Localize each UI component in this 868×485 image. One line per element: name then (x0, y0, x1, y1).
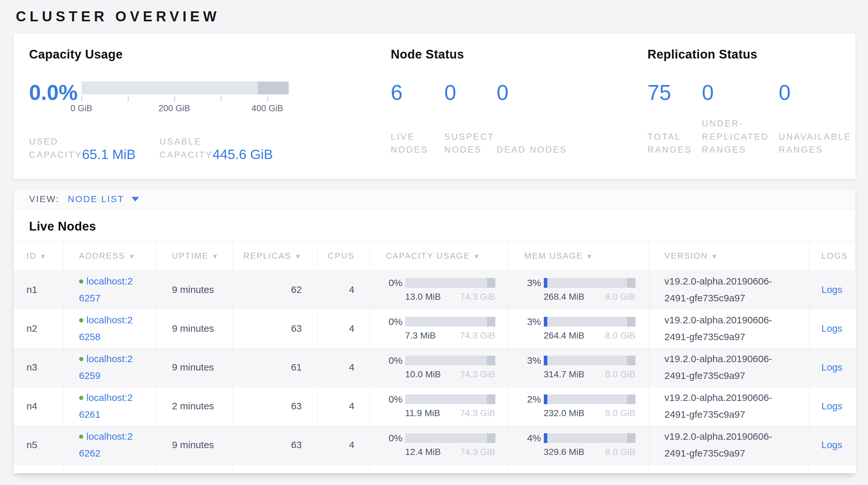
mem-total-value: 8.0 GiB (605, 331, 635, 341)
mem-usage-bar (544, 356, 636, 365)
node-mem-usage-cell: 3% 264.4 MiB 8.0 GiB (508, 309, 649, 348)
capacity-total-value: 74.3 GiB (460, 369, 495, 379)
capacity-percent-label: 0% (386, 355, 403, 366)
dead-nodes-count: 0 (497, 82, 567, 104)
capacity-gauge-axis: 0 GiB200 GiB400 GiB (82, 95, 289, 114)
logs-link[interactable]: Logs (822, 439, 842, 450)
node-address-cell: localhost:26257 (63, 270, 156, 309)
capacity-used-value: 12.4 MiB (405, 447, 441, 457)
node-capacity-usage-cell: 0% 11.9 MiB 74.3 GiB (370, 387, 508, 426)
sort-descending-icon[interactable]: ▼ (128, 253, 135, 260)
node-mem-usage-cell: 3% 314.7 MiB 8.0 GiB (508, 348, 649, 387)
column-header-label: MEM USAGE (524, 251, 583, 261)
node-live-status-icon (79, 318, 83, 322)
mem-bar-used-segment (627, 433, 636, 443)
mem-bar-fill (544, 356, 547, 365)
node-cpus-cell: 4 (317, 348, 370, 387)
column-header-label: REPLICAS (244, 251, 291, 261)
under-replicated-ranges-stat: 0 UNDER-REPLICATED RANGES (702, 82, 779, 156)
node-uptime-cell: 9 minutes (156, 309, 232, 348)
mem-bar-fill (544, 278, 547, 288)
node-address-cell: localhost:26259 (63, 348, 156, 387)
capacity-bar-used-segment (487, 278, 495, 288)
view-selector-dropdown[interactable]: NODE LIST (68, 194, 139, 204)
column-header-label: CAPACITY USAGE (386, 251, 470, 261)
capacity-usage-bar (405, 433, 495, 443)
node-status-section: Node Status 6 LIVE NODES 0 SUSPECT NODES… (391, 48, 647, 179)
node-cpus-cell: 4 (317, 426, 370, 464)
sort-descending-icon[interactable]: ▼ (294, 253, 302, 260)
logs-link[interactable]: Logs (822, 323, 842, 334)
mem-usage-bar (544, 433, 636, 443)
live-nodes-table: ID▼ADDRESS▼UPTIME▼REPLICAS▼CPUSCAPACITY … (13, 241, 856, 473)
sort-descending-icon[interactable]: ▼ (212, 253, 219, 260)
under-replicated-ranges-count: 0 (702, 82, 779, 104)
node-address-link[interactable]: localhost:26258 (79, 315, 133, 342)
view-bar: VIEW: NODE LIST (13, 189, 856, 210)
node-logs-cell: Logs (809, 309, 856, 348)
mem-percent-label: 3% (524, 278, 541, 288)
column-header-replicas[interactable]: REPLICAS▼ (232, 241, 317, 270)
node-address-link[interactable]: localhost:26257 (79, 276, 133, 304)
sort-descending-icon[interactable]: ▼ (473, 253, 480, 260)
mem-used-value: 268.4 MiB (544, 292, 585, 302)
column-header-logs: LOGS (809, 241, 856, 270)
capacity-bar-used-segment (487, 395, 495, 404)
capacity-bar-used-segment (487, 317, 495, 326)
node-logs-cell: Logs (809, 387, 856, 426)
column-header-version[interactable]: VERSION▼ (649, 241, 809, 270)
capacity-percent-label: 0% (386, 433, 403, 444)
sort-descending-icon[interactable]: ▼ (586, 253, 593, 260)
mem-percent-label: 3% (524, 316, 541, 327)
column-header-uptime[interactable]: UPTIME▼ (156, 241, 232, 270)
node-live-status-icon (79, 396, 83, 400)
usable-capacity-label: USABLE CAPACITY (159, 135, 213, 162)
axis-tick (175, 96, 175, 101)
axis-tick-label: 200 GiB (159, 104, 190, 113)
axis-tick (221, 96, 221, 101)
node-address-link[interactable]: localhost:26262 (79, 431, 133, 459)
column-header-id[interactable]: ID▼ (13, 241, 63, 270)
node-address-link[interactable]: localhost:26261 (79, 392, 133, 420)
usable-capacity-value: 445.6 GiB (213, 148, 273, 161)
sort-descending-icon[interactable]: ▼ (711, 253, 718, 260)
used-capacity-label: USED CAPACITY (29, 135, 82, 162)
unavailable-ranges-label: UNAVAILABLE RANGES (779, 130, 852, 156)
mem-used-value: 232.0 MiB (544, 408, 585, 419)
logs-link[interactable]: Logs (822, 362, 842, 372)
node-version-cell: v19.2.0-alpha.20190606-2491-gfe735c9a97 (649, 348, 809, 387)
node-mem-usage-cell: 3% 268.4 MiB 8.0 GiB (508, 270, 649, 309)
column-header-label: VERSION (664, 251, 708, 261)
node-cpus-cell: 4 (317, 387, 370, 426)
node-replicas-cell: 63 (232, 309, 317, 348)
column-header-capacity[interactable]: CAPACITY USAGE▼ (370, 241, 508, 270)
column-header-address[interactable]: ADDRESS▼ (63, 241, 156, 270)
logs-link[interactable]: Logs (822, 401, 842, 411)
capacity-percent-label: 0% (386, 278, 403, 288)
node-id-cell: n1 (13, 270, 63, 309)
mem-total-value: 8.0 GiB (605, 292, 635, 302)
sort-descending-icon[interactable]: ▼ (40, 253, 47, 260)
node-id-cell: n3 (13, 348, 63, 387)
node-version-cell: v19.2.0-alpha.20190606-2491-gfe735c9a97 (649, 270, 809, 309)
mem-bar-used-segment (627, 395, 636, 404)
node-id-cell: n2 (13, 309, 63, 348)
column-header-label: ID (27, 251, 36, 261)
page-title: CLUSTER OVERVIEW (0, 0, 868, 25)
total-ranges-stat: 75 TOTAL RANGES (647, 82, 702, 156)
node-cpus-cell: 4 (317, 270, 370, 309)
node-address-link[interactable]: localhost:26259 (79, 353, 133, 381)
node-logs-cell: Logs (809, 426, 856, 464)
capacity-percent-label: 0% (386, 394, 403, 405)
mem-total-value: 8.0 GiB (605, 408, 635, 419)
node-live-status-icon (79, 357, 83, 361)
mem-bar-fill (544, 317, 547, 326)
column-header-memory[interactable]: MEM USAGE▼ (508, 241, 649, 270)
column-header-label: LOGS (822, 251, 848, 261)
node-live-status-icon (79, 279, 83, 284)
logs-link[interactable]: Logs (822, 284, 842, 295)
node-replicas-cell: 63 (232, 426, 317, 464)
used-capacity-value: 65.1 MiB (82, 148, 135, 161)
mem-bar-fill (544, 433, 547, 443)
mem-used-value: 314.7 MiB (544, 369, 585, 379)
